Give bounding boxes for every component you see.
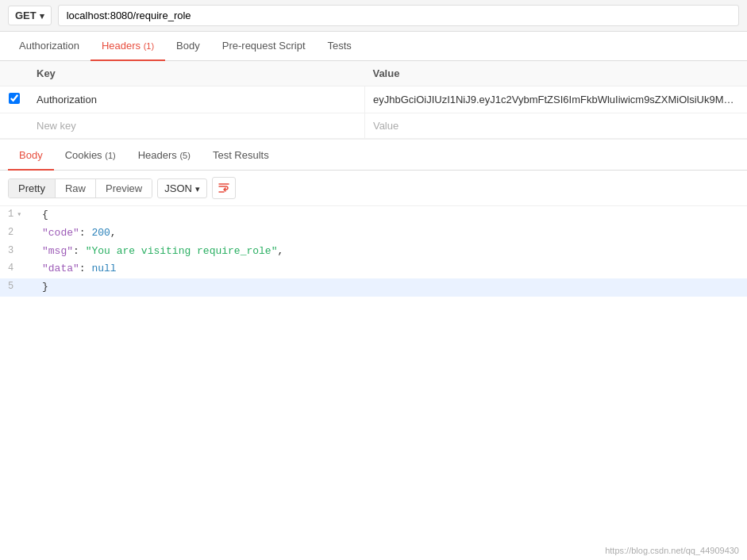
format-selector[interactable]: JSON: [157, 178, 207, 198]
new-row-checkbox-cell: [0, 113, 29, 139]
new-value-placeholder: Value: [373, 120, 399, 132]
code-line-4: 4 "data": null: [0, 260, 747, 278]
code-line-1: 1 ▾ {: [0, 206, 747, 224]
col-header-key: Key: [29, 61, 364, 86]
response-toolbar: Pretty Raw Preview JSON: [0, 171, 747, 206]
url-bar: GET: [0, 0, 747, 32]
response-tabs: Body Cookies (1) Headers (5) Test Result…: [0, 141, 747, 171]
request-tabs: Authorization Headers (1) Body Pre-reque…: [0, 32, 747, 61]
view-pretty-button[interactable]: Pretty: [9, 179, 56, 198]
header-row-checkbox-cell: [0, 86, 29, 113]
line-content-1: {: [36, 207, 55, 224]
headers-table: Key Value Authorization eyJhbGciOiJIUzI1…: [0, 61, 747, 139]
tab-test-results[interactable]: Test Results: [202, 141, 280, 171]
tab-body-response[interactable]: Body: [8, 141, 54, 171]
tab-body-request[interactable]: Body: [165, 32, 211, 61]
line-content-2: "code": 200,: [36, 225, 123, 242]
method-selector[interactable]: GET: [8, 6, 52, 25]
new-key-cell[interactable]: New key: [29, 113, 364, 139]
code-line-2: 2 "code": 200,: [0, 224, 747, 243]
method-label: GET: [15, 10, 37, 21]
line-content-4: "data": null: [36, 261, 123, 278]
line-number-3: 3: [0, 244, 36, 259]
line-number-1: 1 ▾: [0, 207, 36, 222]
wrap-icon: [218, 182, 230, 194]
line-number-4: 4: [0, 261, 36, 276]
new-value-cell[interactable]: Value: [364, 113, 747, 139]
tab-tests[interactable]: Tests: [317, 32, 363, 61]
line-number-5: 5: [0, 279, 36, 294]
header-value-cell[interactable]: eyJhbGciOiJIUzI1NiJ9.eyJ1c2VybmFtZSI6ImF…: [364, 86, 747, 113]
tab-headers-response[interactable]: Headers (5): [127, 141, 202, 171]
tab-cookies[interactable]: Cookies (1): [54, 141, 127, 171]
header-key-cell[interactable]: Authorization: [29, 86, 364, 113]
response-code-block: 1 ▾ { 2 "code": 200, 3 "msg": "You are v…: [0, 206, 747, 297]
col-header-value: Value: [364, 61, 747, 86]
table-row: Authorization eyJhbGciOiJIUzI1NiJ9.eyJ1c…: [0, 86, 747, 113]
line-content-5: }: [36, 279, 55, 296]
line-content-3: "msg": "You are visiting require_role",: [36, 244, 290, 260]
line-number-2: 2: [0, 225, 36, 240]
headers-section: Key Value Authorization eyJhbGciOiJIUzI1…: [0, 61, 747, 140]
url-input[interactable]: [58, 5, 739, 26]
code-line-5: 5 }: [0, 278, 747, 297]
header-checkbox[interactable]: [9, 93, 20, 104]
tab-headers[interactable]: Headers (1): [90, 32, 165, 61]
view-preview-button[interactable]: Preview: [96, 179, 152, 198]
view-raw-button[interactable]: Raw: [56, 179, 96, 198]
tab-pre-request[interactable]: Pre-request Script: [211, 32, 317, 61]
col-header-check: [0, 61, 29, 86]
wrap-text-button[interactable]: [212, 177, 236, 199]
format-chevron-icon: [195, 182, 200, 194]
table-row-new: New key Value: [0, 113, 747, 139]
view-btn-group: Pretty Raw Preview: [8, 178, 152, 198]
method-chevron-icon: [40, 10, 44, 21]
code-line-3: 3 "msg": "You are visiting require_role"…: [0, 243, 747, 261]
new-key-placeholder: New key: [37, 120, 76, 132]
format-label: JSON: [164, 182, 192, 194]
tab-authorization[interactable]: Authorization: [8, 32, 90, 61]
